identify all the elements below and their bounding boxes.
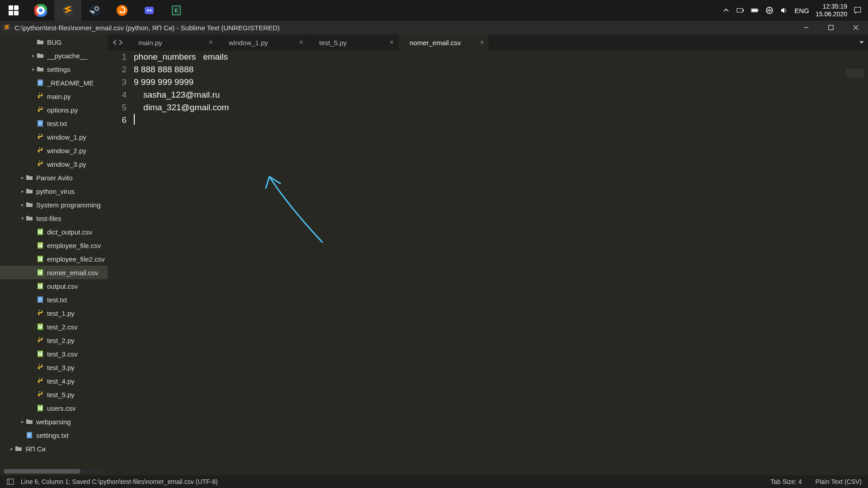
tree-item[interactable]: ▸Parser Avito xyxy=(0,171,108,184)
tree-item[interactable]: test.txt xyxy=(0,293,108,306)
tree-item[interactable]: window_1.py xyxy=(0,130,108,144)
svg-point-17 xyxy=(150,9,151,11)
start-button[interactable] xyxy=(0,0,27,21)
tree-item[interactable]: test_1.py xyxy=(0,306,108,320)
expand-arrow-icon: ▸ xyxy=(20,174,25,181)
tree-item-label: options.py xyxy=(47,106,78,114)
tree-item-label: test_3.py xyxy=(47,364,75,371)
tree-item[interactable]: test_2.csv xyxy=(0,320,108,333)
file-tab[interactable]: nomer_email.csv× xyxy=(399,34,489,51)
avast-icon xyxy=(116,5,128,16)
tab-label: test_5.py xyxy=(319,39,347,47)
tab-close-icon[interactable]: × xyxy=(299,38,303,47)
sidebar-scrollbar[interactable] xyxy=(4,469,103,474)
tree-item[interactable]: settings.txt xyxy=(0,428,108,442)
taskbar-discord[interactable] xyxy=(136,0,163,21)
tree-item[interactable]: ▸System programming xyxy=(0,198,108,211)
svg-point-79 xyxy=(39,365,40,366)
svg-rect-48 xyxy=(41,230,42,234)
code-editor[interactable]: 123456 phone_numbers emails 8 888 888 88… xyxy=(108,51,868,475)
battery-icon[interactable] xyxy=(736,6,745,14)
taskbar-chrome[interactable] xyxy=(27,0,54,21)
tree-item[interactable]: test.txt xyxy=(0,117,108,130)
tree-item[interactable]: ▸ЯП Си xyxy=(0,442,108,455)
tree-item[interactable]: ▸python_virus xyxy=(0,184,108,198)
taskbar-epic[interactable]: E xyxy=(163,0,190,21)
titlebar-left: C:\python\test-files\nomer_email.csv (py… xyxy=(3,23,280,32)
tree-item[interactable]: ▸webparsing xyxy=(0,415,108,428)
svg-rect-72 xyxy=(40,326,41,328)
tree-item[interactable]: test_5.py xyxy=(0,388,108,401)
tree-item[interactable]: dict_output.csv xyxy=(0,225,108,239)
minimize-button[interactable] xyxy=(793,21,818,34)
volume-icon[interactable] xyxy=(780,6,788,14)
folder-icon xyxy=(36,38,44,46)
tree-item[interactable]: BUG xyxy=(0,35,108,49)
language-indicator[interactable]: ENG xyxy=(794,7,809,14)
tab-close-icon[interactable]: × xyxy=(480,38,484,47)
svg-rect-73 xyxy=(41,324,42,328)
tree-item[interactable]: ▸settings xyxy=(0,62,108,76)
svg-rect-56 xyxy=(41,257,42,261)
code-text[interactable]: phone_numbers emails 8 888 888 8888 9 99… xyxy=(131,51,868,475)
tree-item-label: test-files xyxy=(36,215,61,222)
tree-item-label: ЯП Си xyxy=(25,445,46,453)
tab-close-icon[interactable]: × xyxy=(209,38,213,47)
tree-item-label: window_2.py xyxy=(47,147,86,155)
svg-rect-0 xyxy=(9,5,13,10)
tree-item[interactable]: main.py xyxy=(0,89,108,103)
taskbar-sublime[interactable] xyxy=(54,0,81,21)
tree-item-label: employee_file2.csv xyxy=(47,255,105,263)
tree-item[interactable]: _README_ME xyxy=(0,76,108,89)
tree-item[interactable]: ▸__pycache__ xyxy=(0,49,108,62)
tree-item[interactable]: test_3.csv xyxy=(0,347,108,361)
tree-item[interactable]: test_4.py xyxy=(0,374,108,388)
tree-item-label: test_4.py xyxy=(47,377,75,385)
window-titlebar[interactable]: C:\python\test-files\nomer_email.csv (py… xyxy=(0,21,868,34)
file-tab[interactable]: main.py× xyxy=(127,34,218,51)
tree-item[interactable]: window_3.py xyxy=(0,157,108,171)
svg-point-81 xyxy=(39,392,40,393)
battery2-icon[interactable] xyxy=(751,6,759,14)
file-tab[interactable]: window_1.py× xyxy=(218,34,308,51)
tree-item[interactable]: window_2.py xyxy=(0,144,108,157)
tree-item-label: __pycache__ xyxy=(47,52,87,60)
tree-item[interactable]: test_3.py xyxy=(0,361,108,374)
syntax-mode[interactable]: Plain Text (CSV) xyxy=(816,478,862,485)
text-cursor xyxy=(134,114,135,125)
app-icon xyxy=(3,23,11,32)
taskbar-steam[interactable] xyxy=(81,0,108,21)
clock[interactable]: 12:35:19 15.06.2020 xyxy=(816,3,847,18)
tab-label: main.py xyxy=(138,39,162,47)
network-icon[interactable] xyxy=(765,6,774,14)
tree-item[interactable]: test_2.py xyxy=(0,333,108,347)
notifications-icon[interactable] xyxy=(854,6,862,14)
tree-item-label: test_2.py xyxy=(47,337,75,344)
minimap[interactable] xyxy=(846,69,864,78)
cursor-position[interactable]: Line 6, Column 1; Saved C:\python\test-f… xyxy=(21,478,218,485)
tree-item[interactable]: output.csv xyxy=(0,279,108,293)
window-controls xyxy=(793,21,868,34)
tab-close-icon[interactable]: × xyxy=(390,38,394,47)
tree-item[interactable]: options.py xyxy=(0,103,108,117)
tree-item[interactable]: ▾test-files xyxy=(0,211,108,225)
close-button[interactable] xyxy=(843,21,868,34)
csv-icon xyxy=(36,282,44,290)
csv-icon xyxy=(36,255,44,263)
tab-overflow-button[interactable] xyxy=(855,34,868,51)
tree-item-label: test.txt xyxy=(47,120,67,127)
tree-item[interactable]: users.csv xyxy=(0,401,108,415)
tree-item-label: nomer_email.csv xyxy=(47,269,98,277)
tree-item[interactable]: employee_file.csv xyxy=(0,239,108,252)
tray-chevron-icon[interactable] xyxy=(722,6,730,14)
sidebar-toggle-icon[interactable] xyxy=(6,478,14,486)
file-tab[interactable]: test_5.py× xyxy=(308,34,399,51)
tab-size[interactable]: Tab Size: 4 xyxy=(770,478,802,485)
maximize-button[interactable] xyxy=(818,21,843,34)
py-icon xyxy=(36,309,44,317)
tree-item[interactable]: nomer_email.csv xyxy=(0,266,108,279)
tab-nav-arrows[interactable] xyxy=(108,34,127,51)
tree-item[interactable]: employee_file2.csv xyxy=(0,252,108,266)
taskbar-avast[interactable] xyxy=(108,0,136,21)
csv-icon xyxy=(36,228,44,236)
